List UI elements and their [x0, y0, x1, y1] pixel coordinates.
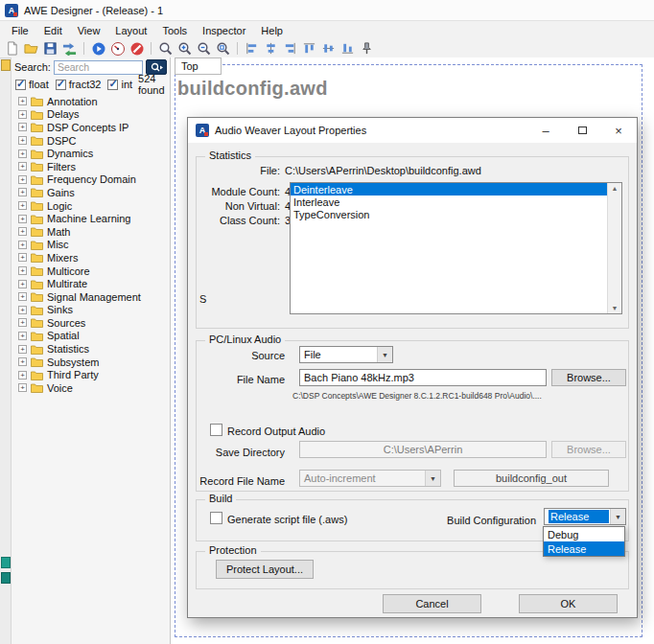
expand-plus-icon[interactable]: +: [18, 371, 27, 380]
expand-plus-icon[interactable]: +: [18, 383, 27, 392]
expand-plus-icon[interactable]: +: [18, 357, 27, 366]
type-filter-checkbox[interactable]: fract32: [56, 79, 102, 90]
expand-plus-icon[interactable]: +: [18, 162, 27, 171]
align-bottom-icon[interactable]: [339, 40, 356, 57]
tree-item[interactable]: + Signal Management: [12, 290, 170, 304]
menu-item[interactable]: Inspector: [195, 23, 253, 38]
module-class-item[interactable]: TypeConversion: [291, 208, 607, 220]
dock-tab-icon-bottom-2[interactable]: [1, 572, 11, 584]
search-input[interactable]: [54, 60, 143, 75]
generate-script-checkbox[interactable]: [210, 512, 222, 524]
new-icon[interactable]: [4, 40, 20, 57]
menu-item[interactable]: File: [4, 23, 36, 38]
menu-item[interactable]: Layout: [107, 23, 154, 38]
file-name-input[interactable]: Bach Piano 48kHz.mp3: [299, 369, 547, 386]
record-output-checkbox[interactable]: [210, 424, 222, 436]
expand-plus-icon[interactable]: +: [18, 188, 27, 196]
module-class-list[interactable]: DeinterleaveInterleaveTypeConversion ▲ ▼: [290, 182, 622, 314]
run-icon[interactable]: [90, 40, 106, 57]
dock-tab-icon-bottom-1[interactable]: [1, 557, 11, 568]
expand-plus-icon[interactable]: +: [18, 110, 27, 119]
tab-top[interactable]: Top: [175, 58, 222, 75]
menu-item[interactable]: View: [70, 23, 108, 38]
expand-plus-icon[interactable]: +: [18, 97, 27, 105]
tree-item[interactable]: + Delays: [12, 108, 170, 122]
tree-item[interactable]: + Multirate: [12, 277, 170, 290]
pin-icon[interactable]: [359, 40, 375, 57]
dropdown-option[interactable]: Release: [544, 541, 624, 556]
profile-icon[interactable]: [109, 40, 126, 57]
save-icon[interactable]: [42, 40, 58, 57]
module-class-item[interactable]: Interleave: [291, 196, 607, 208]
align-left-icon[interactable]: [244, 40, 260, 57]
save-browse-button[interactable]: Browse...: [551, 441, 626, 458]
record-mode-select[interactable]: Auto-increment ▼: [299, 470, 441, 487]
zoom-in-icon[interactable]: [176, 40, 193, 57]
tree-item[interactable]: + Third Party: [12, 368, 170, 381]
expand-plus-icon[interactable]: +: [18, 227, 27, 236]
expand-plus-icon[interactable]: +: [18, 318, 27, 327]
tree-item[interactable]: + Mixers: [12, 251, 170, 264]
tree-item[interactable]: + DSPC: [12, 134, 170, 148]
type-filter-checkbox[interactable]: float: [15, 79, 49, 90]
menu-item[interactable]: Help: [253, 23, 291, 38]
tree-item[interactable]: + Dynamics: [12, 147, 170, 160]
open-folder-icon[interactable]: [23, 40, 39, 57]
list-scrollbar[interactable]: ▲ ▼: [607, 183, 621, 313]
align-right-icon[interactable]: [282, 40, 298, 57]
tree-item[interactable]: + Statistics: [12, 342, 170, 356]
tree-item[interactable]: + Gains: [12, 186, 170, 199]
expand-plus-icon[interactable]: +: [18, 292, 27, 301]
tree-item[interactable]: + Machine Learning: [12, 212, 170, 225]
tree-item[interactable]: + Sinks: [12, 304, 170, 317]
scroll-up-icon[interactable]: ▲: [608, 185, 621, 192]
close-icon[interactable]: ×: [600, 118, 637, 143]
source-select[interactable]: File ▼: [299, 346, 393, 363]
tree-item[interactable]: + Math: [12, 225, 170, 239]
maximize-icon[interactable]: [564, 118, 600, 143]
protect-layout-button[interactable]: Protect Layout...: [216, 560, 314, 579]
cancel-button[interactable]: Cancel: [383, 594, 481, 613]
zoom-out-icon[interactable]: [196, 40, 212, 57]
menu-item[interactable]: Edit: [36, 23, 70, 38]
dock-tab-icon-top[interactable]: [1, 59, 11, 71]
chevron-down-icon[interactable]: ▼: [377, 347, 392, 362]
dialog-title-bar[interactable]: A Audio Weaver Layout Properties – ×: [188, 118, 637, 143]
align-middle-icon[interactable]: [320, 40, 337, 57]
expand-plus-icon[interactable]: +: [18, 253, 27, 262]
zoom-icon[interactable]: [157, 40, 174, 57]
tree-item[interactable]: + Logic: [12, 199, 170, 213]
chevron-down-icon[interactable]: ▼: [610, 509, 625, 524]
align-center-icon[interactable]: [263, 40, 279, 57]
tree-item[interactable]: + Sources: [12, 316, 170, 330]
scroll-down-icon[interactable]: ▼: [608, 305, 621, 311]
expand-plus-icon[interactable]: +: [18, 215, 27, 223]
tree-item[interactable]: + Spatial: [12, 330, 170, 343]
expand-plus-icon[interactable]: +: [18, 306, 27, 314]
expand-plus-icon[interactable]: +: [18, 201, 27, 210]
tree-item[interactable]: + Multicore: [12, 264, 170, 278]
expand-plus-icon[interactable]: +: [18, 150, 27, 158]
tree-item[interactable]: + Filters: [12, 160, 170, 173]
dropdown-option[interactable]: Debug: [544, 527, 624, 541]
expand-plus-icon[interactable]: +: [18, 266, 27, 275]
transfer-icon[interactable]: [61, 40, 78, 57]
tree-item[interactable]: + Annotation: [12, 95, 170, 108]
tree-item[interactable]: + Voice: [12, 381, 170, 395]
align-top-icon[interactable]: [301, 40, 317, 57]
tree-item[interactable]: + Frequency Domain: [12, 173, 170, 187]
minimize-icon[interactable]: –: [527, 118, 564, 143]
expand-plus-icon[interactable]: +: [18, 241, 27, 249]
tree-item[interactable]: + Subsystem: [12, 356, 170, 369]
expand-plus-icon[interactable]: +: [18, 345, 27, 354]
tree-item[interactable]: + DSP Concepts IP: [12, 121, 170, 134]
expand-plus-icon[interactable]: +: [18, 136, 27, 145]
expand-plus-icon[interactable]: +: [18, 123, 27, 131]
menu-item[interactable]: Tools: [154, 23, 195, 38]
ok-button[interactable]: OK: [519, 594, 618, 613]
no-entry-icon[interactable]: [128, 40, 145, 57]
expand-plus-icon[interactable]: +: [18, 332, 27, 340]
browse-button[interactable]: Browse...: [551, 369, 626, 386]
build-config-select[interactable]: Release ▼: [544, 508, 626, 525]
tree-item[interactable]: + Misc: [12, 239, 170, 252]
